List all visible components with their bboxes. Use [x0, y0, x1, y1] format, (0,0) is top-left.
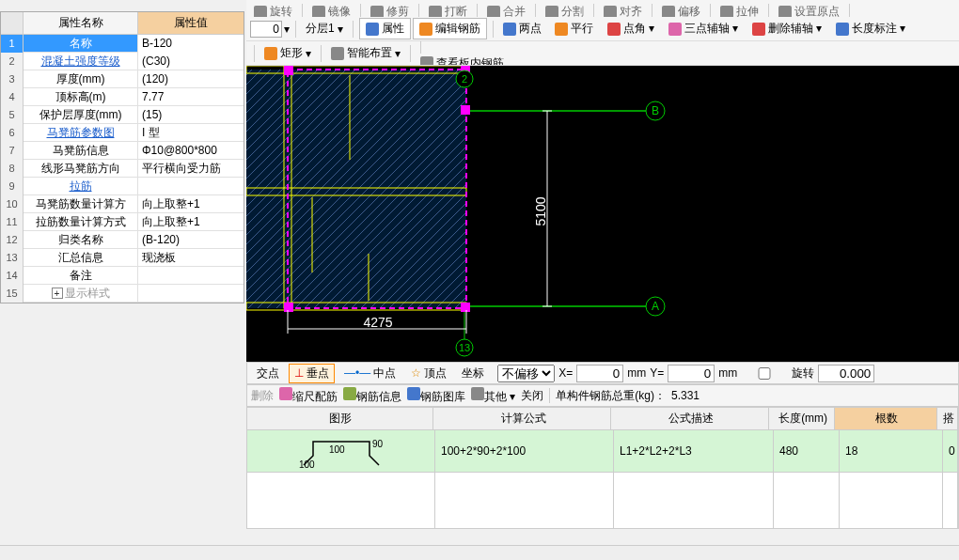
dimension-vertical: 5100: [533, 196, 548, 226]
y-label: Y=: [650, 366, 664, 380]
rect-dropdown[interactable]: 矩形 ▾: [260, 43, 315, 63]
spinner-icon[interactable]: ▾: [284, 23, 290, 36]
property-row[interactable]: 3厚度(mm)(120): [1, 70, 244, 88]
property-value[interactable]: B-120: [138, 35, 244, 53]
aux-tool[interactable]: 删除辅轴 ▾: [748, 19, 825, 39]
bottom-scrollbar[interactable]: [0, 545, 959, 560]
col-count[interactable]: 根数: [835, 408, 937, 429]
property-row[interactable]: 10马凳筋数量计算方向上取整+1: [1, 195, 244, 213]
header-value-col[interactable]: 属性值: [138, 12, 244, 35]
property-row[interactable]: 1名称B-120: [1, 35, 244, 53]
snap-vertex[interactable]: ☆顶点: [405, 364, 452, 383]
row-number: 1: [1, 35, 24, 53]
property-row[interactable]: 4顶标高(m)7.77: [1, 88, 244, 106]
property-row[interactable]: 15+显示样式: [1, 285, 244, 303]
close-button[interactable]: 关闭: [521, 388, 543, 404]
property-value[interactable]: Φ10@800*800: [138, 142, 244, 160]
header-name-col[interactable]: 属性名称: [24, 12, 138, 35]
property-link[interactable]: 马凳筋参数图: [47, 126, 115, 139]
y-input[interactable]: [668, 365, 715, 382]
row-number: 6: [1, 124, 24, 142]
property-name: 线形马凳筋方向: [24, 160, 138, 178]
grid-label-bottom: 13: [459, 342, 470, 353]
property-value[interactable]: I 型: [138, 124, 244, 142]
aux-tool[interactable]: 平行: [551, 19, 597, 39]
aux-tool[interactable]: 三点辅轴 ▾: [665, 19, 742, 39]
row-number: 8: [1, 160, 24, 178]
rebar-lib-button[interactable]: 钢筋图库: [407, 387, 465, 405]
property-value[interactable]: (120): [138, 70, 244, 88]
properties-button[interactable]: 属性: [359, 18, 411, 39]
number-input[interactable]: [250, 21, 282, 38]
snap-intersect[interactable]: 交点: [251, 364, 285, 383]
cell-count[interactable]: 18: [840, 430, 943, 472]
property-row[interactable]: 11拉筋数量计算方式向上取整+1: [1, 213, 244, 231]
rebar-table-row-empty[interactable]: [246, 473, 959, 529]
rotate-input[interactable]: [818, 365, 874, 382]
edit-rebar-button[interactable]: 编辑钢筋: [413, 18, 487, 39]
col-formula[interactable]: 计算公式: [433, 408, 610, 429]
offset-select[interactable]: 不偏移: [497, 365, 555, 382]
rebar-table-row[interactable]: 100 100 90 100+2*90+2*100 L1+2*L2+2*L3 4…: [246, 430, 959, 473]
rebar-info-button[interactable]: 钢筋信息: [343, 387, 401, 405]
cell-desc[interactable]: L1+2*L2+2*L3: [614, 430, 774, 472]
smart-layout-dropdown[interactable]: 智能布置 ▾: [327, 43, 404, 63]
rebar-table: 图形 计算公式 公式描述 长度(mm) 根数 搭 100 100 90 100+…: [246, 407, 959, 529]
property-value[interactable]: (B-120): [138, 231, 244, 249]
property-value[interactable]: 7.77: [138, 88, 244, 106]
col-extra[interactable]: 搭: [937, 408, 958, 429]
slab-tool[interactable]: 查看板内钢筋: [417, 54, 508, 67]
property-value[interactable]: 向上取整+1: [138, 213, 244, 231]
property-row[interactable]: 9拉筋: [1, 178, 244, 195]
delete-button[interactable]: 删除: [251, 388, 274, 404]
x-input[interactable]: [576, 365, 623, 382]
property-row[interactable]: 2混凝土强度等级(C30): [1, 53, 244, 70]
col-shape[interactable]: 图形: [247, 408, 433, 429]
property-name: 顶标高(m): [24, 88, 138, 106]
row-number: 10: [1, 195, 24, 213]
property-value[interactable]: (C30): [138, 53, 244, 70]
svg-rect-19: [461, 303, 470, 312]
level-dropdown[interactable]: 分层1 ▾: [302, 19, 347, 39]
aux-tool[interactable]: 点角 ▾: [604, 19, 658, 39]
cell-extra[interactable]: 0: [943, 430, 958, 472]
scale-rebar-button[interactable]: 缩尺配筋: [279, 387, 338, 405]
grid-label-b: B: [652, 104, 659, 117]
property-value[interactable]: 向上取整+1: [138, 195, 244, 213]
expand-icon[interactable]: +: [52, 288, 63, 299]
cell-length[interactable]: 480: [774, 430, 840, 472]
snap-perpendicular[interactable]: ⊥垂点: [289, 364, 335, 383]
rotate-label: 旋转: [792, 366, 814, 381]
aux-tool[interactable]: 长度标注 ▾: [832, 19, 909, 39]
col-desc[interactable]: 公式描述: [611, 408, 770, 429]
rotate-checkbox[interactable]: [741, 367, 788, 380]
grid-label-a: A: [652, 300, 659, 313]
property-name: 马凳筋信息: [24, 142, 138, 160]
property-row[interactable]: 6马凳筋参数图I 型: [1, 124, 244, 142]
grid-label-top: 2: [462, 73, 467, 85]
cell-shape[interactable]: 100 100 90: [247, 430, 435, 472]
property-value[interactable]: 平行横向受力筋: [138, 160, 244, 178]
property-name: 汇总信息: [24, 249, 138, 267]
snap-coord[interactable]: 坐标: [456, 364, 490, 383]
property-row[interactable]: 14备注: [1, 267, 244, 285]
property-panel: 属性名称 属性值 1名称B-1202混凝土强度等级(C30)3厚度(mm)(12…: [0, 11, 244, 303]
property-row[interactable]: 12归类名称(B-120): [1, 231, 244, 249]
property-row[interactable]: 7马凳筋信息Φ10@800*800: [1, 142, 244, 160]
property-row[interactable]: 8线形马凳筋方向平行横向受力筋: [1, 160, 244, 178]
cad-viewport[interactable]: 4275 5100 2 13 B A: [246, 66, 959, 362]
property-row[interactable]: 5保护层厚度(mm)(15): [1, 106, 244, 124]
property-value[interactable]: 现浇板: [138, 249, 244, 267]
row-number: 11: [1, 213, 24, 231]
property-link[interactable]: 拉筋: [70, 179, 92, 193]
property-value[interactable]: (15): [138, 106, 244, 124]
property-row[interactable]: 13汇总信息现浇板: [1, 249, 244, 267]
cell-formula[interactable]: 100+2*90+2*100: [435, 430, 614, 472]
weight-label: 单构件钢筋总重(kg)：: [556, 388, 666, 404]
other-dropdown[interactable]: 其他 ▾: [471, 387, 515, 405]
col-length[interactable]: 长度(mm): [769, 408, 834, 429]
property-link[interactable]: 混凝土强度等级: [41, 54, 120, 68]
property-name: 保护层厚度(mm): [24, 106, 138, 124]
aux-tool[interactable]: 两点: [499, 19, 545, 39]
snap-midpoint[interactable]: —•—中点: [338, 364, 401, 383]
